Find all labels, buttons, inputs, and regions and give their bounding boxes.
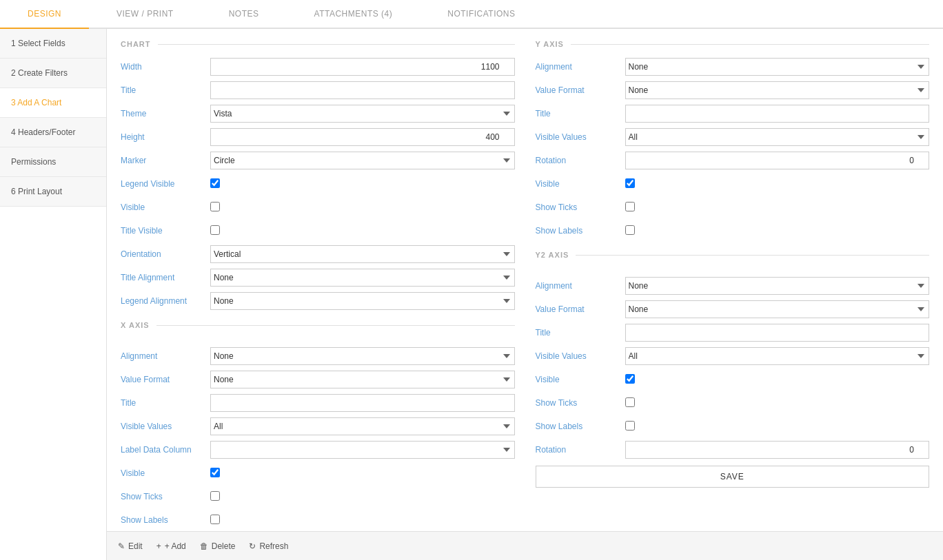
chart-legend-alignment-label: Legend Alignment (121, 296, 210, 306)
xaxis-title-control (210, 394, 515, 412)
xaxis-label-data-column-select[interactable] (210, 441, 515, 459)
chart-visible-row: Visible (121, 198, 515, 216)
y2axis-show-labels-checkbox[interactable] (625, 421, 635, 431)
chart-title-label: Title (121, 85, 210, 95)
sidebar-item-headers-footer[interactable]: 4 Headers/Footer (0, 118, 106, 147)
yaxis-visible-values-control: All None (625, 128, 930, 146)
y2axis-alignment-select[interactable]: None Left Center Right (625, 277, 930, 295)
chart-legend-visible-label: Legend Visible (121, 179, 210, 189)
main-layout: 1 Select Fields 2 Create Filters 3 Add A… (0, 29, 943, 560)
y2axis-visible-control (625, 374, 930, 386)
xaxis-alignment-row: Alignment None Left Center Right (121, 347, 515, 365)
chart-visible-control (210, 202, 515, 214)
y2axis-show-ticks-checkbox[interactable] (625, 397, 635, 407)
chart-orientation-row: Orientation Vertical Horizontal (121, 245, 515, 263)
chart-visible-label: Visible (121, 203, 210, 212)
chart-marker-select[interactable]: Circle Square Diamond Triangle (210, 152, 515, 169)
chart-orientation-select[interactable]: Vertical Horizontal (210, 245, 515, 263)
xaxis-title-input[interactable] (210, 394, 515, 412)
chart-width-input[interactable] (210, 58, 515, 76)
sidebar-item-print-layout[interactable]: 6 Print Layout (0, 177, 106, 207)
yaxis-rotation-row: Rotation (536, 152, 930, 169)
y2axis-alignment-label: Alignment (536, 281, 625, 291)
yaxis-visible-checkbox[interactable] (625, 178, 635, 188)
yaxis-value-format-row: Value Format None Number Currency Percen… (536, 81, 930, 99)
yaxis-show-ticks-checkbox[interactable] (625, 202, 635, 211)
add-button[interactable]: + + Add (156, 541, 186, 551)
chart-height-label: Height (121, 132, 210, 142)
xaxis-show-ticks-checkbox[interactable] (210, 491, 220, 501)
xaxis-label-data-column-label: Label Data Column (121, 445, 210, 455)
yaxis-alignment-select[interactable]: None Left Center Right (625, 58, 930, 76)
chart-height-input[interactable] (210, 128, 515, 146)
left-column: CHART Width Title Theme (121, 40, 515, 560)
xaxis-show-ticks-row: Show Ticks (121, 488, 515, 506)
chart-title-control (210, 81, 515, 99)
xaxis-alignment-label: Alignment (121, 351, 210, 361)
xaxis-visible-checkbox[interactable] (210, 468, 220, 477)
tab-attachments[interactable]: ATTACHMENTS (4) (287, 0, 420, 29)
tab-design[interactable]: DESIGN (0, 0, 89, 29)
edit-button[interactable]: ✎ Edit (118, 541, 143, 551)
tab-notifications[interactable]: NOTIFICATIONS (420, 0, 543, 29)
refresh-button[interactable]: ↻ Refresh (249, 541, 288, 551)
sidebar-item-create-filters[interactable]: 2 Create Filters (0, 59, 106, 88)
yaxis-visible-values-select[interactable]: All None (625, 128, 930, 146)
xaxis-label-data-column-row: Label Data Column (121, 441, 515, 459)
tab-view-print[interactable]: VIEW / PRINT (89, 0, 201, 29)
yaxis-value-format-label: Value Format (536, 85, 625, 95)
save-button[interactable]: SAVE (536, 466, 930, 488)
xaxis-value-format-control: None Number Currency Percent Date (210, 371, 515, 388)
yaxis-visible-row: Visible (536, 175, 930, 193)
xaxis-visible-control (210, 468, 515, 479)
chart-title-input[interactable] (210, 81, 515, 99)
tab-notes[interactable]: NOTES (201, 0, 287, 29)
yaxis-title-input[interactable] (625, 105, 930, 123)
yaxis-value-format-control: None Number Currency Percent Date (625, 81, 930, 99)
xaxis-value-format-select[interactable]: None Number Currency Percent Date (210, 371, 515, 388)
y2axis-visible-checkbox[interactable] (625, 374, 635, 384)
yaxis-rotation-input[interactable] (625, 152, 930, 169)
yaxis-show-labels-control (625, 225, 930, 237)
right-column: Y AXIS Alignment None Left Center Right … (536, 40, 930, 560)
chart-legend-alignment-select[interactable]: None Left Center Right (210, 292, 515, 310)
delete-label: Delete (212, 541, 236, 551)
xaxis-show-labels-checkbox[interactable] (210, 515, 220, 524)
y2axis-title-control (625, 324, 930, 342)
yaxis-title-control (625, 105, 930, 123)
xaxis-visible-values-select[interactable]: All None (210, 417, 515, 435)
chart-legend-alignment-control: None Left Center Right (210, 292, 515, 310)
delete-button[interactable]: 🗑 Delete (200, 541, 236, 551)
y2axis-visible-values-select[interactable]: All None (625, 347, 930, 365)
bottom-toolbar: ✎ Edit + + Add 🗑 Delete ↻ Refresh (107, 531, 943, 560)
yaxis-value-format-select[interactable]: None Number Currency Percent Date (625, 81, 930, 99)
y2axis-title-input[interactable] (625, 324, 930, 342)
chart-title-alignment-select[interactable]: None Left Center Right (210, 269, 515, 287)
sidebar-item-permissions[interactable]: Permissions (0, 147, 106, 177)
xaxis-visible-values-row: Visible Values All None (121, 417, 515, 435)
y2axis-value-format-select[interactable]: None Number Currency Percent Date (625, 300, 930, 318)
y2axis-rotation-input[interactable] (625, 441, 930, 459)
sidebar-item-add-chart[interactable]: 3 Add A Chart (0, 88, 106, 118)
xaxis-show-labels-label: Show Labels (121, 515, 210, 525)
xaxis-value-format-label: Value Format (121, 375, 210, 384)
y2axis-show-ticks-control (625, 397, 930, 409)
chart-legend-visible-checkbox[interactable] (210, 178, 220, 188)
chart-theme-select[interactable]: Vista Default Metro Classic (210, 105, 515, 123)
yaxis-visible-label: Visible (536, 179, 625, 189)
xaxis-alignment-select[interactable]: None Left Center Right (210, 347, 515, 365)
y2axis-alignment-row: Alignment None Left Center Right (536, 277, 930, 295)
chart-title-visible-checkbox[interactable] (210, 225, 220, 235)
y2axis-title-label: Title (536, 328, 625, 338)
yaxis-section-header: Y AXIS (536, 40, 930, 48)
xaxis-show-ticks-label: Show Ticks (121, 492, 210, 501)
refresh-label: Refresh (259, 541, 288, 551)
y2axis-show-ticks-label: Show Ticks (536, 398, 625, 408)
sidebar-item-select-fields[interactable]: 1 Select Fields (0, 29, 106, 59)
chart-legend-alignment-row: Legend Alignment None Left Center Right (121, 292, 515, 310)
chart-width-label: Width (121, 62, 210, 72)
save-row: SAVE (536, 466, 930, 488)
yaxis-show-labels-checkbox[interactable] (625, 225, 635, 235)
xaxis-value-format-row: Value Format None Number Currency Percen… (121, 371, 515, 388)
chart-visible-checkbox[interactable] (210, 202, 220, 211)
